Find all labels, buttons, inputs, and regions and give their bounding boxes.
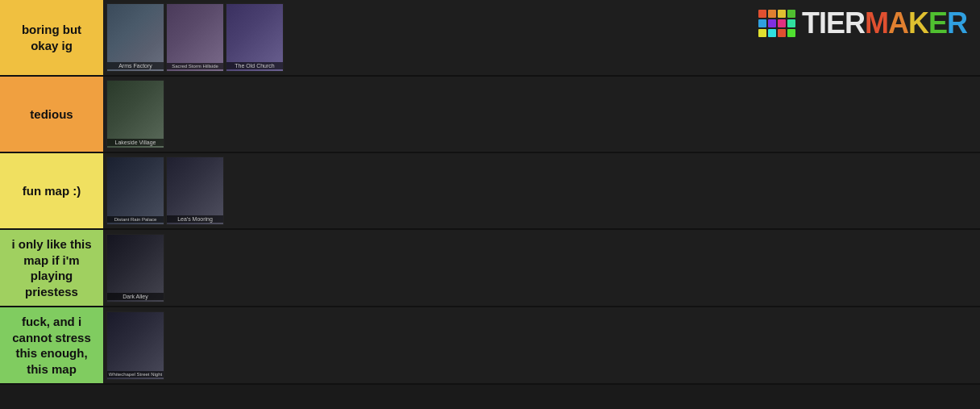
logo-dot — [768, 10, 776, 18]
tier-container: boring but okay igtediousfun map :)i onl… — [0, 0, 980, 385]
map-thumbnail[interactable] — [106, 157, 164, 225]
logo-dot — [787, 29, 795, 37]
map-thumbnail[interactable] — [106, 311, 164, 380]
tier-label-priestess: i only like this map if i'm playing prie… — [0, 230, 103, 306]
logo-dot — [787, 10, 795, 18]
tier-content-stress — [103, 307, 980, 383]
map-thumbnail[interactable] — [166, 3, 224, 72]
tier-content-fun — [103, 153, 980, 228]
logo-text: TierMaker — [802, 6, 967, 40]
logo-dot — [758, 10, 766, 18]
tier-content-tedious — [103, 77, 980, 152]
tier-label-fun: fun map :) — [0, 153, 103, 228]
tier-row-priestess: i only like this map if i'm playing prie… — [0, 230, 980, 307]
tiermaker-logo: TierMaker — [758, 6, 967, 40]
tier-label-stress: fuck, and i cannot stress this enough, t… — [0, 307, 103, 383]
logo-dot — [778, 10, 786, 18]
logo-dot — [768, 29, 776, 37]
map-thumbnail[interactable] — [106, 3, 164, 72]
tier-label-boring: boring but okay ig — [0, 0, 103, 75]
map-thumbnail[interactable] — [106, 234, 164, 303]
tier-row-fun: fun map :) — [0, 153, 980, 230]
map-thumbnail[interactable] — [106, 80, 164, 148]
logo-dot — [768, 19, 776, 27]
map-thumbnail[interactable] — [166, 157, 224, 225]
tier-row-tedious: tedious — [0, 77, 980, 153]
logo-dot — [787, 19, 795, 27]
logo-dot — [758, 19, 766, 27]
logo-grid — [758, 10, 795, 37]
tier-label-tedious: tedious — [0, 77, 103, 152]
logo-dot — [758, 29, 766, 37]
logo-dot — [778, 19, 786, 27]
tier-row-stress: fuck, and i cannot stress this enough, t… — [0, 307, 980, 385]
map-thumbnail[interactable] — [226, 3, 284, 72]
logo-dot — [778, 29, 786, 37]
tier-content-priestess — [103, 230, 980, 306]
